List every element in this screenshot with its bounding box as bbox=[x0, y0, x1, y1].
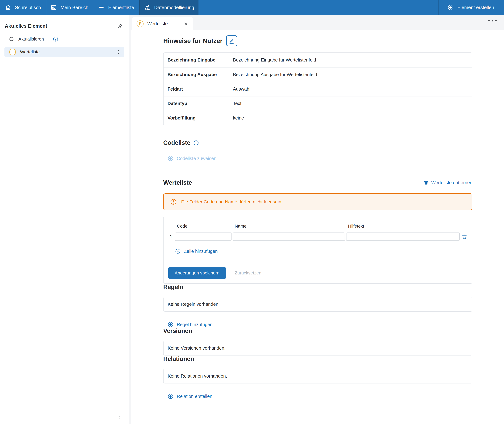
versionen-empty-card: Keine Versionen vorhanden. bbox=[163, 341, 472, 355]
detail-value: Auswahl bbox=[233, 87, 250, 92]
nav-spacer bbox=[199, 0, 438, 15]
detail-label: Bezeichnung Eingabe bbox=[168, 57, 233, 63]
pencil-icon bbox=[229, 38, 235, 44]
plus-circle-icon bbox=[168, 156, 174, 162]
save-changes-button[interactable]: Änderungen speichern bbox=[168, 267, 226, 279]
relation-erstellen-button[interactable]: Relation erstellen bbox=[168, 393, 212, 399]
table-row: 1 bbox=[168, 232, 467, 241]
refresh-label[interactable]: Aktualisieren bbox=[18, 37, 44, 42]
trash-icon bbox=[423, 180, 429, 186]
nav-create-label: Element erstellen bbox=[457, 5, 494, 10]
pin-icon[interactable] bbox=[117, 23, 123, 29]
add-row-label: Zeile hinzufügen bbox=[184, 249, 218, 254]
sidebar-item-werteliste[interactable]: F Werteliste bbox=[5, 47, 124, 57]
reset-button[interactable]: Zurücksetzen bbox=[230, 267, 266, 279]
codeliste-zuweisen-button[interactable]: Codeliste zuweisen bbox=[168, 156, 216, 162]
column-header-row: Code Name Hilfetext bbox=[168, 224, 467, 229]
remove-label: Werteliste entfernen bbox=[431, 180, 472, 185]
nav-tab-label: Schreibtisch bbox=[15, 5, 41, 10]
editor-actions: Änderungen speichern Zurücksetzen bbox=[168, 267, 467, 279]
warning-text: Die Felder Code und Name dürfen nicht le… bbox=[181, 199, 282, 205]
werteliste-title: Werteliste bbox=[163, 179, 192, 186]
name-input[interactable] bbox=[233, 232, 345, 241]
field-type-badge: F bbox=[9, 49, 16, 55]
table-row: Datentyp Text bbox=[164, 96, 472, 111]
sidebar-title: Aktuelles Element bbox=[5, 23, 47, 29]
code-input[interactable] bbox=[175, 232, 231, 241]
nav-tab-schreibtisch[interactable]: Schreibtisch bbox=[0, 0, 46, 15]
relationen-empty-card: Keine Relationen vorhanden. bbox=[163, 369, 472, 383]
table-row: Feldart Auswahl bbox=[164, 82, 472, 96]
hints-title: Hinweise für Nutzer bbox=[163, 37, 222, 44]
nav-tab-mein-bereich[interactable]: Mein Bereich bbox=[46, 0, 93, 15]
codeliste-header: Codeliste bbox=[163, 139, 472, 146]
tab-strip: F Werteliste bbox=[131, 15, 504, 30]
more-options-button[interactable] bbox=[488, 20, 497, 21]
field-details-table: Bezeichnung Eingabe Bezeichnung Eingabe … bbox=[163, 52, 472, 125]
zeile-hinzufuegen-button[interactable]: Zeile hinzufügen bbox=[175, 248, 218, 254]
table-row: Vorbefüllung keine bbox=[164, 111, 472, 125]
versionen-title: Versionen bbox=[163, 328, 472, 334]
detail-value: Text bbox=[233, 101, 241, 106]
workspace: Aktuelles Element Aktualisieren F Wertel… bbox=[0, 15, 504, 424]
plus-circle-icon bbox=[448, 4, 454, 11]
detail-label: Datentyp bbox=[168, 101, 233, 106]
plus-circle-icon bbox=[168, 393, 174, 399]
list-icon bbox=[98, 5, 104, 11]
info-icon[interactable] bbox=[53, 36, 58, 42]
regeln-empty-text: Keine Regeln vorhanden. bbox=[168, 302, 220, 307]
nav-tab-datenmodellierung[interactable]: Datenmodellierung bbox=[140, 0, 199, 15]
row-index: 1 bbox=[168, 234, 174, 239]
detail-label: Vorbefüllung bbox=[168, 115, 233, 121]
nav-tab-elementliste[interactable]: Elementliste bbox=[93, 0, 140, 15]
column-header-name: Name bbox=[233, 224, 345, 229]
detail-label: Bezeichnung Ausgabe bbox=[168, 72, 233, 77]
document-tab-werteliste[interactable]: F Werteliste bbox=[132, 17, 193, 30]
warning-icon bbox=[170, 199, 177, 205]
assign-label: Codeliste zuweisen bbox=[177, 156, 216, 161]
field-type-badge: F bbox=[137, 20, 144, 27]
element-erstellen-button[interactable]: Element erstellen bbox=[438, 0, 504, 15]
collapse-sidebar-button[interactable] bbox=[117, 414, 123, 420]
top-navigation: Schreibtisch Mein Bereich Elementliste D… bbox=[0, 0, 504, 15]
detail-value: Bezeichnung Ausgabe für Wertelistenfeld bbox=[233, 72, 317, 77]
close-icon[interactable] bbox=[183, 21, 188, 26]
werteliste-editor-card: Code Name Hilfetext 1 bbox=[163, 217, 472, 284]
codeliste-title: Codeliste bbox=[163, 139, 190, 146]
regeln-title: Regeln bbox=[163, 284, 472, 291]
home-icon bbox=[5, 5, 11, 11]
sidebar-header: Aktuelles Element bbox=[0, 15, 129, 29]
edit-hints-button[interactable] bbox=[226, 35, 237, 46]
kebab-menu-icon[interactable] bbox=[116, 49, 121, 55]
sidebar: Aktuelles Element Aktualisieren F Wertel… bbox=[0, 15, 129, 424]
regeln-empty-card: Keine Regeln vorhanden. bbox=[163, 297, 472, 312]
add-rule-label: Regel hinzufügen bbox=[177, 322, 213, 327]
add-relation-label: Relation erstellen bbox=[177, 394, 212, 399]
validation-warning: Die Felder Code und Name dürfen nicht le… bbox=[163, 193, 472, 210]
column-header-code: Code bbox=[175, 224, 231, 229]
workspace-icon bbox=[51, 5, 57, 11]
refresh-icon[interactable] bbox=[9, 36, 14, 42]
table-row: Bezeichnung Ausgabe Bezeichnung Ausgabe … bbox=[164, 67, 472, 82]
detail-value: keine bbox=[233, 115, 244, 121]
regel-hinzufuegen-button[interactable]: Regel hinzufügen bbox=[168, 322, 213, 328]
sidebar-item-label: Werteliste bbox=[20, 50, 112, 55]
werteliste-entfernen-button[interactable]: Werteliste entfernen bbox=[423, 180, 472, 186]
nav-tab-label: Elementliste bbox=[108, 5, 134, 10]
table-row: Bezeichnung Eingabe Bezeichnung Eingabe … bbox=[164, 53, 472, 67]
nav-tab-label: Mein Bereich bbox=[61, 5, 88, 10]
relationen-empty-text: Keine Relationen vorhanden. bbox=[168, 374, 227, 379]
info-icon[interactable] bbox=[193, 140, 199, 146]
werteliste-header: Werteliste Werteliste entfernen bbox=[163, 179, 472, 186]
refresh-row: Aktualisieren bbox=[9, 36, 129, 42]
detail-label: Feldart bbox=[168, 87, 233, 92]
hilfetext-input[interactable] bbox=[346, 232, 460, 241]
document-tab-label: Werteliste bbox=[147, 21, 180, 26]
nav-tab-label: Datenmodellierung bbox=[154, 5, 194, 10]
plus-circle-icon bbox=[175, 248, 181, 254]
delete-row-button[interactable] bbox=[461, 234, 467, 239]
main-area: F Werteliste Hinweise für Nutzer bbox=[129, 15, 504, 424]
relationen-title: Relationen bbox=[163, 355, 472, 362]
hints-header: Hinweise für Nutzer bbox=[163, 35, 472, 46]
sitemap-icon bbox=[144, 4, 150, 11]
